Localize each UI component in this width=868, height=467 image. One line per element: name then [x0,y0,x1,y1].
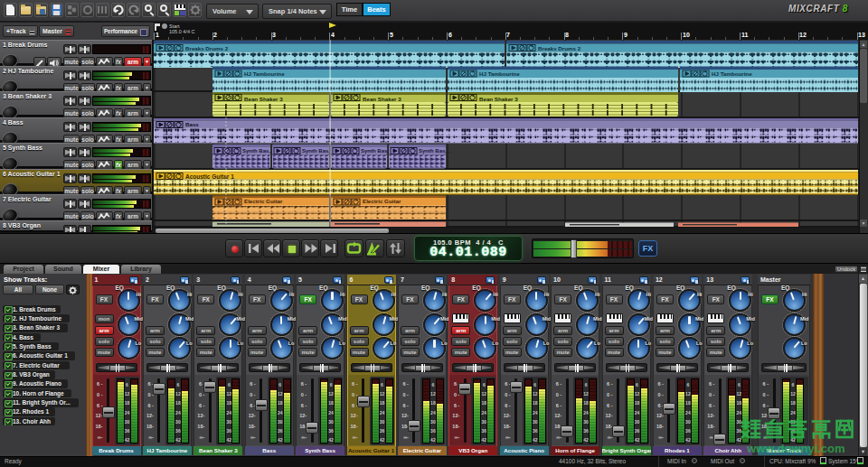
svg-text:Bean Shaker 3: Bean Shaker 3 [244,96,283,102]
svg-text:Bass: Bass [185,121,199,127]
svg-text:Breaks Drums 2: Breaks Drums 2 [538,45,581,51]
svg-text:Synth Bas...: Synth Bas... [242,148,274,154]
svg-text:Synth Bas...: Synth Bas... [361,148,392,154]
svg-text:Breaks Drums 2: Breaks Drums 2 [185,45,229,51]
svg-text:Electric Guitar: Electric Guitar [363,198,401,204]
svg-text:Synth Bas...: Synth Bas... [302,148,334,154]
svg-text:Bean Shaker 3: Bean Shaker 3 [363,96,401,102]
svg-text:HJ Tambourine: HJ Tambourine [244,70,285,77]
svg-text:Electric Guitar: Electric Guitar [244,198,283,204]
svg-text:Bean Shaker 3: Bean Shaker 3 [479,96,518,102]
svg-text:Synth Bas...: Synth Bas... [419,148,450,154]
svg-text:Acoustic Guitar 1: Acoustic Guitar 1 [185,173,234,180]
svg-text:HJ Tambourine: HJ Tambourine [479,70,520,77]
svg-text:HJ Tambourine: HJ Tambourine [712,70,752,77]
